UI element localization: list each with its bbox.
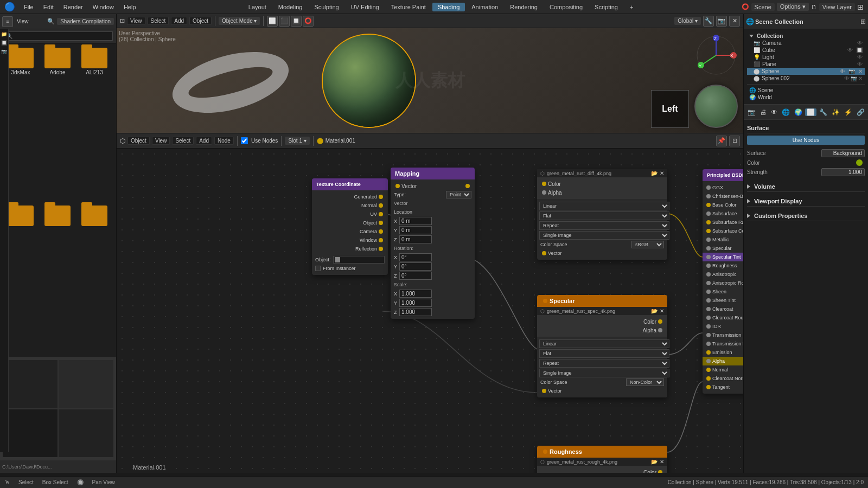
sphere002-icon1[interactable]: 👁 [844,75,850,81]
color-swatch[interactable] [856,159,863,166]
ne-add-btn[interactable]: Add [196,137,212,145]
principled-bsdf-node[interactable]: Principled BSDF GGX Christensen-Burley [703,169,743,394]
texture-coordinate-node[interactable]: Texture Coordinate Generated Normal UV [312,178,388,275]
img2-repeat-select[interactable]: Repeat [539,359,669,368]
texcoord-object-input[interactable] [333,256,385,264]
bsdf-specular[interactable]: Specular [703,244,743,253]
mapping-rot-z-input[interactable] [399,272,432,280]
prop-icon-world[interactable]: 🌍 [793,108,804,116]
bsdf-ior[interactable]: IOR [703,322,743,331]
image-texture-node-3[interactable]: Roughness ⬡ green_metal_rust_rough_4k.pn… [537,446,667,473]
tab-rendering[interactable]: Rendering [505,3,543,11]
bsdf-ggx[interactable]: GGX [703,183,743,192]
cube-render-icon[interactable]: 🔲 [856,47,863,53]
ne-display-btn[interactable]: ⊡ [729,136,740,146]
use-nodes-button[interactable]: Use Nodes [747,136,865,145]
bsdf-clearcoat-normal[interactable]: Clearcoat Normal [703,374,743,383]
img2-close-btn[interactable]: ✕ [660,308,664,314]
bsdf-subsurface-color[interactable]: Subsurface Color [703,227,743,235]
shaders-compilation-btn[interactable]: Shaders Compilation [57,18,114,25]
bsdf-normal[interactable]: Normal [703,365,743,374]
sc-world[interactable]: 🌍 World [747,94,865,101]
global-dropdown[interactable]: Global ▾ [674,17,701,25]
ne-view-btn[interactable]: View [152,137,170,145]
ne-slot-dropdown[interactable]: Slot 1 ▾ [285,137,309,145]
viewport-select-btn[interactable]: Select [148,17,169,25]
light-visibility-icon[interactable]: 👁 [857,54,863,60]
sphere002-icon3[interactable]: ✕ [858,75,863,81]
right-filter-btn[interactable]: ⊞ [860,18,866,25]
ne-select-btn[interactable]: Select [172,137,194,145]
img1-repeat-select[interactable]: Repeat [539,221,669,230]
bsdf-anisotropic-rotation[interactable]: Anisotropic Rotation [703,279,743,287]
image-texture-node-2[interactable]: Specular ⬡ green_metal_rust_spec_4k.png … [537,295,667,397]
img2-colorspace-select[interactable]: Non-Color [626,378,664,386]
view-toggle[interactable]: ≡ [2,16,13,27]
bsdf-roughness[interactable]: Roughness [703,261,743,270]
img1-flat-select[interactable]: Flat [539,211,669,220]
bsdf-sheen-tint[interactable]: Sheen Tint [703,296,743,305]
folder-ali213[interactable]: ALI213 [78,48,111,201]
view-icon[interactable]: View [15,18,30,24]
img1-linear-select[interactable]: Linear [539,202,669,210]
prop-icon-object[interactable]: ⬜ [805,108,816,116]
bsdf-clearcoat-roughness[interactable]: Clearcoat Roughness [703,313,743,322]
sc-scene[interactable]: 🌐 Scene [747,87,865,94]
prop-icon-render[interactable]: 📷 [746,108,757,116]
folder-5[interactable] [41,206,74,353]
bsdf-tangent[interactable]: Tangent [703,383,743,391]
prop-icon-modifier[interactable]: 🔧 [818,108,829,116]
mapping-node[interactable]: Mapping Vector Type: Point [391,168,475,319]
sc-camera[interactable]: 📷 Camera 👁 [747,40,865,47]
viewport-canvas[interactable]: User Perspective (28) Collection | Spher… [117,28,743,133]
img2-linear-select[interactable]: Linear [539,339,669,348]
icon-render[interactable]: 📷 [0,48,8,55]
mapping-rot-y-input[interactable] [399,262,432,271]
img1-browse-btn[interactable]: 📂 [651,170,658,176]
bsdf-specular-tint[interactable]: Specular Tint [703,253,743,261]
ne-object-btn[interactable]: Object [127,137,150,145]
tab-compositing[interactable]: Compositing [544,3,588,11]
menu-window[interactable]: Window [88,3,118,11]
sphere-visibility-icon[interactable]: 👁 [840,68,845,74]
bsdf-anisotropic[interactable]: Anisotropic [703,270,743,279]
sc-sphere[interactable]: ⬤ Sphere 👁 📷 ✕ [747,68,865,75]
sphere-render-icon[interactable]: 📷 [848,68,855,74]
use-nodes-checkbox[interactable] [241,137,248,144]
sc-plane[interactable]: ⬛ Plane 👁 [747,61,865,68]
img3-close-btn[interactable]: ✕ [660,459,664,465]
filter-btn[interactable]: ⊞ [857,3,864,11]
img1-single-image-select[interactable]: Single Image [539,231,669,240]
img1-close-btn[interactable]: ✕ [660,170,664,176]
mapping-type-select[interactable]: Point [446,191,471,198]
sc-light[interactable]: 💡 Light 👁 [747,54,865,61]
folder-adobe[interactable]: Adobe [41,48,74,201]
viewport-object-btn[interactable]: Object [189,17,212,25]
options-btn[interactable]: Options ▾ [777,3,809,11]
ne-node-btn[interactable]: Node [214,137,234,145]
bsdf-christensen[interactable]: Christensen-Burley [703,192,743,201]
mapping-loc-z-input[interactable] [399,235,432,243]
strength-value[interactable]: 1.000 [821,168,865,176]
menu-help[interactable]: Help [119,3,141,11]
img2-browse-btn[interactable]: 📂 [651,308,658,314]
folder-6[interactable] [78,206,111,353]
img2-single-image-select[interactable]: Single Image [539,369,669,377]
bsdf-subsurface[interactable]: Subsurface [703,209,743,218]
prop-icon-constraints[interactable]: 🔗 [855,108,866,116]
ne-pin-btn[interactable]: 📌 [716,136,727,146]
sc-cube[interactable]: ⬜ Cube 👁 🔲 [747,47,865,54]
surface-value[interactable]: Background [821,149,865,157]
sphere-extra-icon[interactable]: ✕ [858,68,863,74]
bsdf-metallic[interactable]: Metallic [703,235,743,244]
bsdf-clearcoat[interactable]: Clearcoat [703,305,743,313]
bsdf-transmission-roughness[interactable]: Transmission Roughness [703,339,743,348]
sphere002-icon2[interactable]: 📷 [851,75,857,81]
folder-4[interactable] [4,206,37,353]
mapping-scale-x-input[interactable] [399,290,432,298]
mapping-rot-x-input[interactable] [399,253,432,261]
tab-animation[interactable]: Animation [466,3,503,11]
menu-file[interactable]: File [20,3,38,11]
icon-folder[interactable]: 📁 [0,30,8,38]
mapping-loc-x-input[interactable] [399,217,432,225]
